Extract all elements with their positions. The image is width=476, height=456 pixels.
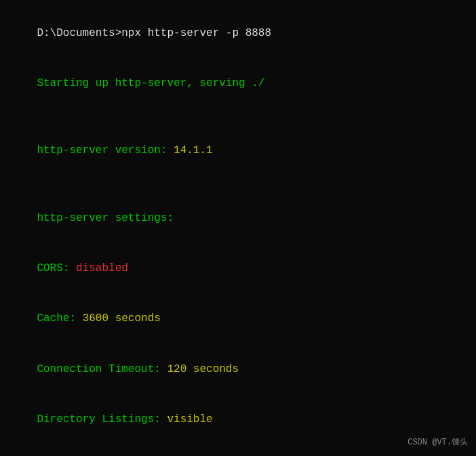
directory-line: Directory Listings: visible (11, 394, 465, 444)
cors-line: CORS: disabled (11, 243, 465, 293)
timeout-value: 120 seconds (167, 363, 239, 375)
cache-line: Cache: 3600 seconds (11, 294, 465, 344)
version-value: 14.1.1 (174, 144, 213, 157)
cors-value: disabled (76, 262, 128, 274)
terminal-window: D:\Documents>npx http-server -p 8888 Sta… (0, 0, 476, 456)
autoindex-line: AutoIndex: visible (11, 445, 465, 456)
starting-line: Starting up http-server, serving ./ (11, 58, 465, 108)
directory-label: Directory Listings: (37, 413, 167, 426)
directory-value: visible (167, 413, 212, 426)
starting-text: Starting up http-server, serving ./ (37, 77, 264, 89)
watermark: CSDN @VT.馒头 (408, 436, 468, 449)
timeout-line: Connection Timeout: 120 seconds (11, 344, 465, 394)
prompt-text: D:\Documents>npx http-server -p 8888 (37, 27, 271, 39)
version-line: http-server version: 14.1.1 (11, 126, 465, 176)
cors-label: CORS: (37, 262, 76, 274)
version-label: http-server version: (37, 144, 174, 157)
timeout-label: Connection Timeout: (37, 363, 167, 375)
cache-value: 3600 seconds (83, 312, 161, 325)
cache-label: Cache: (37, 312, 82, 325)
prompt-line: D:\Documents>npx http-server -p 8888 (11, 8, 465, 58)
settings-header: http-server settings: (11, 193, 465, 243)
